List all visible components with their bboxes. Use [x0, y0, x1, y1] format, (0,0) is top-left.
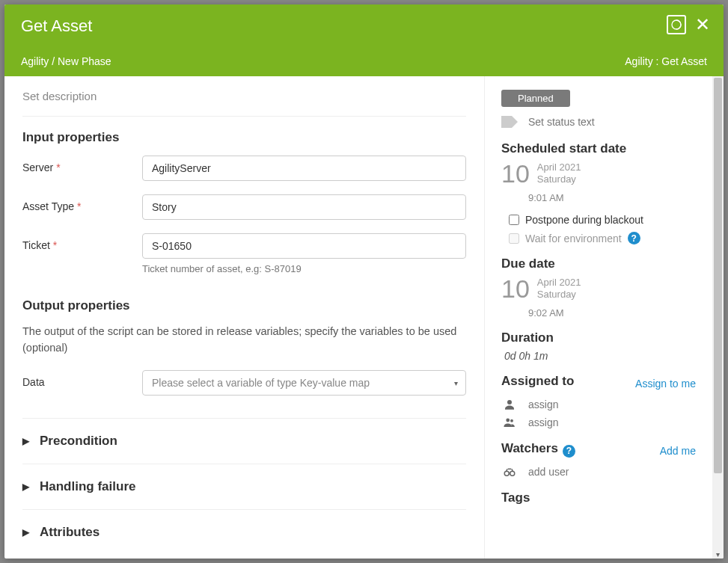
svg-point-5 [510, 471, 515, 476]
svg-point-1 [507, 400, 512, 404]
scheduled-start-heading: Scheduled start date [501, 141, 696, 156]
duration-value: 0d 0h 1m [504, 350, 696, 362]
binoculars-icon [503, 465, 516, 479]
output-description: The output of the script can be stored i… [22, 324, 466, 357]
close-icon[interactable]: ✕ [695, 16, 710, 34]
breadcrumb[interactable]: Agility / New Phase [21, 55, 111, 67]
modal-header: Get Asset ✕ Agility / New Phase Agility … [4, 4, 724, 76]
wait-environment-checkbox: Wait for environment ? [509, 232, 696, 244]
due-time[interactable]: 9:02 AM [528, 307, 696, 319]
scroll-thumb[interactable] [714, 78, 722, 473]
context-label: Agility : Get Asset [625, 55, 707, 67]
chevron-right-icon: ▶ [22, 482, 29, 492]
watcher-field[interactable]: add user [503, 465, 696, 479]
precondition-accordion[interactable]: ▶ Precondition [22, 418, 466, 464]
svg-point-4 [504, 471, 509, 476]
status-badge: Planned [501, 90, 570, 107]
chevron-right-icon: ▶ [22, 527, 29, 538]
output-properties-heading: Output properties [22, 298, 466, 313]
description-field[interactable]: Set description [22, 90, 466, 117]
chevron-right-icon: ▶ [22, 436, 29, 446]
modal-title: Get Asset [21, 16, 707, 36]
user-icon [503, 398, 516, 411]
svg-point-2 [506, 419, 510, 422]
assign-to-me-link[interactable]: Assign to me [635, 378, 696, 390]
due-date-block[interactable]: 10 April 2021 Saturday [501, 276, 696, 301]
assignee-user-field[interactable]: assign [503, 398, 696, 411]
task-modal: Get Asset ✕ Agility / New Phase Agility … [4, 4, 724, 559]
main-panel: Set description Input properties Server*… [4, 76, 485, 559]
asset-type-label: Asset Type* [22, 194, 142, 212]
add-me-link[interactable]: Add me [660, 445, 696, 457]
brand-icon [667, 15, 686, 34]
ticket-label: Ticket* [22, 233, 142, 251]
tags-heading: Tags [501, 490, 696, 505]
status-text-field[interactable]: Set status text [528, 116, 595, 128]
asset-type-input[interactable] [142, 194, 466, 220]
ticket-hint: Ticket number of asset, e.g: S-87019 [142, 263, 466, 274]
postpone-blackout-checkbox[interactable]: Postpone during blackout [509, 214, 696, 226]
flag-icon [501, 116, 518, 128]
server-input[interactable] [142, 156, 466, 181]
data-select[interactable]: Please select a variable of type Key-val… [142, 370, 466, 396]
due-date-heading: Due date [501, 256, 696, 271]
side-panel: Planned Set status text Scheduled start … [485, 76, 712, 559]
start-time[interactable]: 9:01 AM [528, 192, 696, 203]
help-icon[interactable]: ? [563, 445, 575, 458]
input-properties-heading: Input properties [22, 130, 466, 145]
ticket-input[interactable] [142, 233, 466, 259]
start-date-block[interactable]: 10 April 2021 Saturday [501, 161, 696, 186]
duration-heading: Duration [501, 330, 696, 345]
svg-point-3 [510, 419, 513, 422]
handling-failure-accordion[interactable]: ▶ Handling failure [22, 464, 466, 509]
scrollbar[interactable]: ▴ ▾ [712, 76, 724, 559]
assignee-team-field[interactable]: assign [503, 416, 696, 429]
watchers-heading: Watchers [501, 441, 558, 456]
help-icon[interactable]: ? [628, 232, 640, 244]
data-label: Data [22, 370, 142, 388]
attributes-accordion[interactable]: ▶ Attributes [22, 509, 466, 555]
assigned-to-heading: Assigned to [501, 374, 574, 389]
scroll-down-icon[interactable]: ▾ [712, 550, 724, 559]
server-label: Server* [22, 156, 142, 173]
team-icon [503, 416, 516, 429]
